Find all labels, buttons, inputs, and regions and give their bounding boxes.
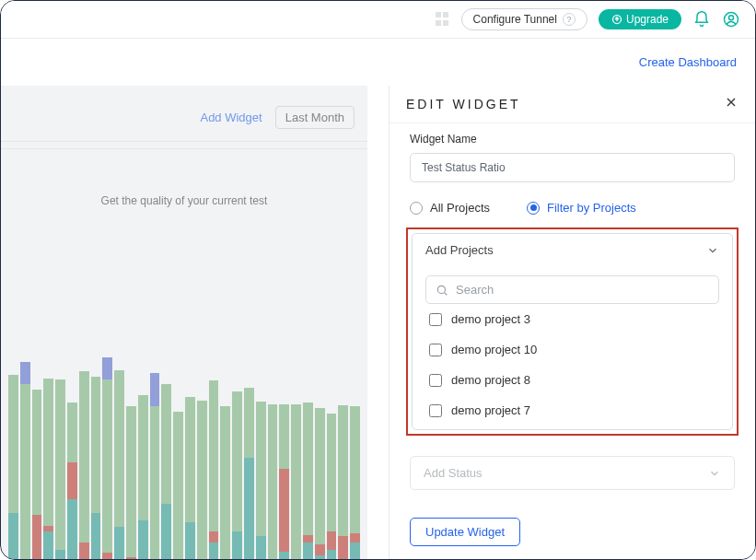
- project-label: demo project 7: [451, 403, 530, 417]
- add-status-toggle[interactable]: Add Status: [410, 456, 735, 490]
- project-label: demo project 10: [451, 343, 537, 356]
- help-icon: ?: [563, 13, 576, 26]
- add-status-label: Add Status: [424, 466, 483, 480]
- highlight-box: Add Projects demo project 3demo project …: [406, 228, 739, 436]
- project-item[interactable]: demo project 8: [425, 365, 719, 395]
- project-item[interactable]: demo project 7: [425, 395, 719, 426]
- project-checkbox[interactable]: [429, 404, 442, 417]
- chevron-down-icon: [708, 467, 721, 480]
- radio-filter-projects[interactable]: Filter by Projects: [527, 201, 636, 215]
- project-item[interactable]: demo project 3: [425, 304, 719, 334]
- edit-widget-panel: EDIT WIDGET Widget Name All Projects: [389, 86, 755, 559]
- search-input[interactable]: [456, 283, 709, 297]
- panel-title: EDIT WIDGET: [406, 97, 521, 111]
- up-arrow-icon: [611, 14, 622, 25]
- apps-icon[interactable]: [436, 12, 450, 27]
- radio-filter-label: Filter by Projects: [547, 201, 636, 215]
- user-icon[interactable]: [722, 10, 740, 29]
- upgrade-label: Upgrade: [626, 13, 669, 26]
- radio-all-label: All Projects: [430, 201, 490, 215]
- configure-tunnel-label: Configure Tunnel: [473, 13, 557, 26]
- radio-all-projects[interactable]: All Projects: [410, 201, 490, 215]
- project-checkbox[interactable]: [429, 344, 442, 356]
- project-checkbox[interactable]: [429, 313, 442, 326]
- project-item[interactable]: demo project 10: [425, 334, 719, 365]
- project-checkbox[interactable]: [429, 374, 442, 387]
- svg-point-3: [437, 286, 445, 293]
- project-label: demo project 8: [451, 373, 530, 387]
- chevron-down-icon: [706, 244, 719, 257]
- project-label: demo project 3: [451, 312, 530, 326]
- search-icon: [436, 284, 448, 297]
- create-dashboard-link[interactable]: Create Dashboard: [639, 55, 737, 69]
- upgrade-button[interactable]: Upgrade: [599, 9, 681, 29]
- backdrop-overlay: [1, 86, 367, 559]
- configure-tunnel-button[interactable]: Configure Tunnel ?: [461, 8, 587, 30]
- widget-name-input[interactable]: [410, 153, 735, 182]
- widget-name-label: Widget Name: [410, 133, 735, 146]
- project-search[interactable]: [425, 275, 719, 304]
- add-projects-toggle[interactable]: Add Projects: [413, 234, 732, 266]
- update-widget-button[interactable]: Update Widget: [410, 518, 520, 546]
- notification-icon[interactable]: [692, 10, 711, 29]
- svg-point-2: [729, 16, 734, 20]
- add-projects-label: Add Projects: [425, 243, 494, 257]
- close-icon[interactable]: [724, 95, 739, 113]
